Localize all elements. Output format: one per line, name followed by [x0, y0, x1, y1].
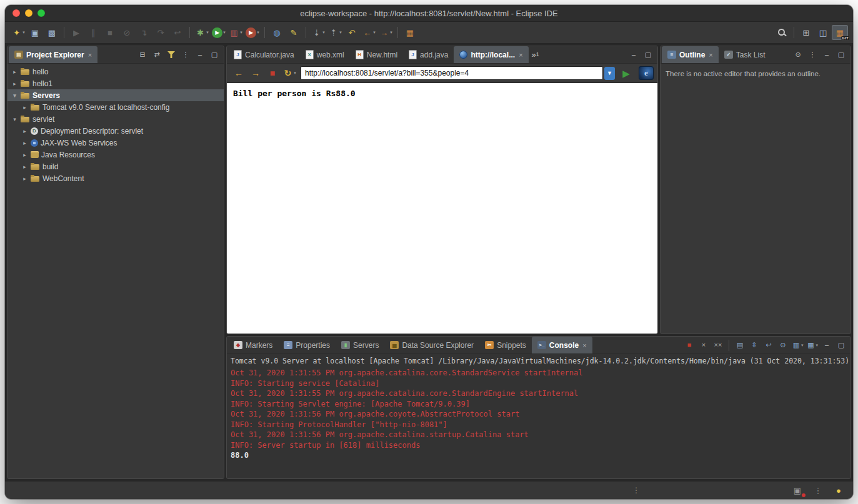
maximize-view-button[interactable]: ▢ — [834, 49, 848, 61]
tab-add-java[interactable]: Jadd.java — [403, 46, 454, 63]
pin-view-button[interactable]: ⊙ — [791, 49, 805, 61]
twistie-icon[interactable]: ▸ — [21, 175, 28, 182]
minimize-view-button[interactable]: – — [627, 49, 641, 61]
tree-item[interactable]: ▸build — [7, 161, 224, 172]
tab-task-list[interactable]: ✓Task List — [719, 46, 771, 63]
open-web-browser-button[interactable]: ◍ — [269, 25, 285, 40]
scroll-lock-button[interactable]: ⇳ — [747, 339, 761, 352]
previous-annotation-button[interactable]: ⇡▾ — [327, 25, 343, 40]
twistie-icon[interactable]: ▸ — [21, 104, 28, 111]
edit-annotations-button[interactable]: ✎ — [286, 25, 302, 40]
coverage-button[interactable]: ▥▾ — [227, 25, 244, 40]
forward-button[interactable]: →▾ — [377, 25, 394, 40]
suspend-button[interactable]: ∥ — [85, 25, 101, 40]
tab-calculator-java[interactable]: JCalculator.java — [228, 46, 300, 63]
maximize-view-button[interactable]: ▢ — [834, 339, 848, 352]
tab-servers[interactable]: ▮Servers — [336, 337, 384, 353]
internal-browser-icon[interactable]: e — [639, 66, 654, 80]
tree-item[interactable]: ▸hello1 — [7, 77, 224, 89]
tab-new-html[interactable]: HNew.html — [350, 46, 403, 63]
perspective-jee-button[interactable]: ◫ — [815, 25, 831, 40]
tab-markers[interactable]: ◆Markers — [228, 337, 278, 353]
browser-forward-button[interactable]: → — [247, 66, 264, 81]
display-selected-console-button[interactable]: ▥▾ — [791, 339, 805, 352]
terminate-button[interactable]: ■ — [102, 25, 118, 40]
word-wrap-button[interactable]: ↩ — [762, 339, 776, 352]
step-over-button[interactable]: ↷ — [152, 25, 169, 40]
statusbar-right-grip[interactable]: ⋮ — [810, 483, 826, 498]
run-button[interactable]: ▶▾ — [211, 25, 227, 40]
minimize-view-button[interactable]: – — [820, 49, 834, 61]
collapse-all-button[interactable]: ⊟ — [136, 49, 149, 61]
disconnect-button[interactable]: ⊘ — [119, 25, 135, 40]
debug-button[interactable]: ✱▾ — [194, 25, 210, 40]
close-tab-icon[interactable]: × — [582, 342, 586, 349]
browser-go-button[interactable]: ▶ — [618, 66, 634, 81]
twistie-icon[interactable]: ▾ — [11, 92, 18, 99]
save-all-button[interactable]: ▩ — [44, 25, 60, 40]
tab-properties[interactable]: ≡Properties — [278, 337, 336, 353]
step-return-button[interactable]: ↩ — [169, 25, 186, 40]
view-menu-button[interactable]: ⋮ — [179, 49, 192, 61]
back-button[interactable]: ←▾ — [361, 25, 377, 40]
terminate-button[interactable]: ■ — [682, 339, 696, 352]
close-tab-icon[interactable]: × — [709, 51, 712, 59]
tab-http-local[interactable]: http://local...× — [454, 46, 528, 63]
pin-console-button[interactable]: ⊙ — [776, 339, 790, 352]
external-tools-button[interactable]: ▶▾ — [244, 25, 261, 40]
tree-item[interactable]: ▸hello — [7, 66, 224, 77]
tab-outline[interactable]: ≡Outline× — [662, 46, 719, 63]
tab-web-xml[interactable]: Xweb.xml — [300, 46, 350, 63]
save-button[interactable]: ▣ — [27, 25, 43, 40]
tab-snippets[interactable]: ✂Snippets — [479, 337, 532, 353]
hidden-tabs-chevron[interactable]: »1 — [529, 46, 542, 63]
open-perspective-button[interactable]: ⊞ — [798, 25, 814, 40]
minimize-window-button[interactable] — [25, 9, 32, 17]
twistie-icon[interactable]: ▸ — [21, 128, 28, 134]
tab-data-source-explorer[interactable]: ▅Data Source Explorer — [384, 337, 479, 353]
zoom-window-button[interactable] — [37, 9, 45, 17]
link-with-editor-button[interactable]: ⇄ — [150, 49, 164, 61]
filters-button[interactable] — [164, 49, 178, 61]
tips-icon[interactable]: ● — [831, 483, 847, 498]
tree-item[interactable]: ▾Servers — [7, 89, 224, 101]
remove-launch-button[interactable]: × — [697, 339, 711, 352]
tree-item[interactable]: ▸Java Resources — [7, 149, 224, 161]
browser-url-input[interactable] — [301, 66, 603, 80]
browser-stop-button[interactable]: ■ — [264, 66, 281, 81]
browser-back-button[interactable]: ← — [231, 66, 247, 81]
step-into-button[interactable]: ↴ — [136, 25, 152, 40]
titlebar[interactable]: eclipse-workspace - http://localhost:808… — [5, 5, 853, 22]
view-menu-button[interactable]: ⋮ — [806, 49, 819, 61]
open-console-button[interactable]: ▦▾ — [805, 339, 819, 352]
new-wizard-button[interactable]: ✦▾ — [10, 25, 26, 40]
twistie-icon[interactable]: ▾ — [11, 116, 18, 122]
close-tab-icon[interactable]: × — [88, 51, 92, 59]
perspective-git-button[interactable]: ▦GIT — [832, 25, 848, 40]
twistie-icon[interactable]: ▸ — [21, 140, 28, 146]
statusbar-grip[interactable]: ⋮ — [632, 486, 639, 495]
search-button[interactable] — [774, 25, 790, 40]
minimize-view-button[interactable]: – — [820, 339, 834, 352]
git-toolbar-button[interactable]: ▦ — [402, 25, 418, 40]
maximize-view-button[interactable]: ▢ — [641, 49, 655, 61]
tree-item[interactable]: ▸Tomcat v9.0 Server at localhost-config — [7, 101, 224, 113]
twistie-icon[interactable]: ▸ — [21, 152, 28, 158]
url-dropdown-button[interactable]: ▼ — [604, 67, 615, 80]
remove-all-launches-button[interactable]: ×× — [711, 339, 725, 352]
twistie-icon[interactable]: ▸ — [11, 81, 18, 87]
close-window-button[interactable] — [12, 9, 20, 17]
twistie-icon[interactable]: ▸ — [21, 164, 28, 170]
tab-console[interactable]: >_Console× — [532, 337, 592, 353]
resume-button[interactable]: ▶ — [68, 25, 84, 40]
tree-item[interactable]: ▾servlet — [7, 113, 224, 125]
tree-item[interactable]: ▸JAX-WS Web Services — [7, 137, 224, 149]
minimize-view-button[interactable]: – — [193, 49, 207, 61]
server-status-icon[interactable]: ▣ — [789, 483, 806, 498]
next-annotation-button[interactable]: ⇣▾ — [310, 25, 326, 40]
close-tab-icon[interactable]: × — [519, 51, 522, 59]
browser-refresh-button[interactable]: ↻▾ — [281, 66, 297, 81]
twistie-icon[interactable]: ▸ — [11, 69, 18, 75]
maximize-view-button[interactable]: ▢ — [207, 49, 221, 61]
clear-console-button[interactable]: ▤ — [733, 339, 747, 352]
